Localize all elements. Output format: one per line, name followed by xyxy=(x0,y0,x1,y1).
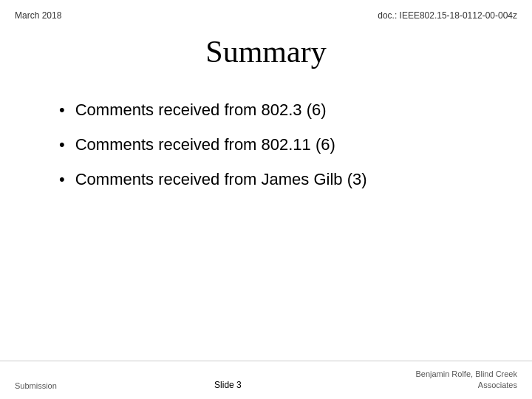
bullet-item-2: • Comments received from 802.11 (6) xyxy=(59,134,473,157)
header-doc-id: doc.: IEEE802.15-18-0112-00-004z xyxy=(378,10,517,21)
bullet-text-2: Comments received from 802.11 (6) xyxy=(75,134,335,157)
footer-submission: Submission xyxy=(15,381,57,390)
bullet-text-3: Comments received from James Gilb (3) xyxy=(75,168,367,191)
bullet-item-1: • Comments received from 802.3 (6) xyxy=(59,99,473,122)
header-date: March 2018 xyxy=(15,10,61,21)
bullet-dot-1: • xyxy=(59,99,65,122)
footer-author: Benjamin Rolfe, Blind Creek Associates xyxy=(399,369,517,390)
slide: March 2018 doc.: IEEE802.15-18-0112-00-0… xyxy=(0,0,532,399)
bullet-dot-3: • xyxy=(59,168,65,191)
bullet-item-3: • Comments received from James Gilb (3) xyxy=(59,168,473,191)
content-section: • Comments received from 802.3 (6) • Com… xyxy=(0,92,532,210)
header-bar: March 2018 doc.: IEEE802.15-18-0112-00-0… xyxy=(0,0,532,21)
footer-slide-number: Slide 3 xyxy=(214,380,242,390)
title-section: Summary xyxy=(0,34,532,69)
footer-bar: Submission Slide 3 Benjamin Rolfe, Blind… xyxy=(0,361,532,399)
slide-title: Summary xyxy=(0,34,532,69)
bullet-dot-2: • xyxy=(59,134,65,157)
bullet-text-1: Comments received from 802.3 (6) xyxy=(75,99,327,122)
